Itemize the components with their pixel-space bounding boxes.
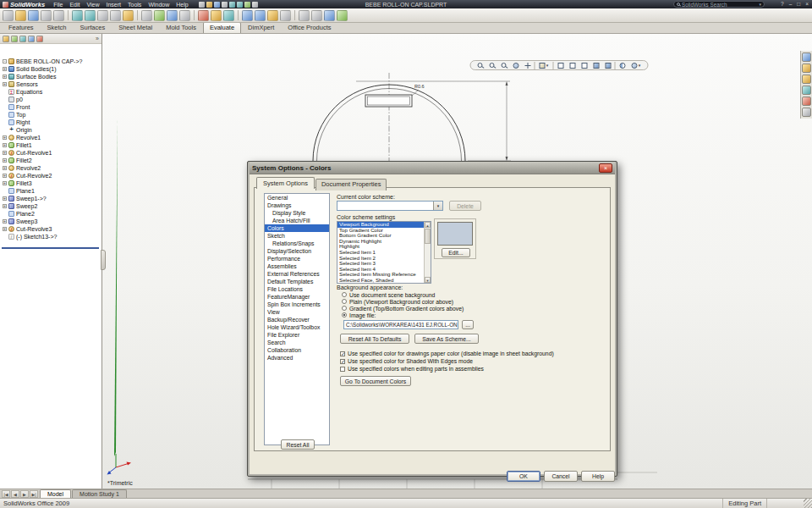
- options-tree-item[interactable]: Advanced: [265, 354, 329, 362]
- menu-item[interactable]: View: [83, 2, 102, 8]
- feature-tree-item[interactable]: Origin: [0, 126, 102, 134]
- expander-icon[interactable]: +: [3, 227, 7, 231]
- expander-icon[interactable]: [3, 189, 7, 193]
- cut-icon[interactable]: [97, 10, 108, 21]
- hud-icon[interactable]: [553, 62, 554, 69]
- options-tree-item[interactable]: Drawings: [265, 202, 329, 209]
- hud-icon[interactable]: [535, 62, 535, 69]
- commandmanager-tab[interactable]: Features: [2, 22, 41, 33]
- feature-tree-item[interactable]: + Fillet2: [0, 157, 102, 164]
- expander-icon[interactable]: +: [3, 82, 7, 86]
- zoom-fit-icon[interactable]: [242, 10, 253, 21]
- shaded-with-edges-icon[interactable]: [591, 61, 601, 70]
- wireframe-icon[interactable]: [299, 10, 310, 21]
- feature-tree-item[interactable]: + Solid Bodies(1): [0, 65, 102, 73]
- dialog-tab[interactable]: System Options: [256, 177, 315, 189]
- document-tab[interactable]: Model: [40, 489, 71, 498]
- scroll-up-icon[interactable]: ▲: [425, 222, 431, 228]
- color-scheme-select[interactable]: ▾: [337, 201, 443, 211]
- file-properties-icon[interactable]: [167, 10, 178, 21]
- print-icon[interactable]: [41, 10, 52, 21]
- feature-tree-item[interactable]: + Cut-Revolve3: [0, 225, 102, 233]
- background-radio[interactable]: Image file:: [342, 312, 464, 318]
- options-icon[interactable]: [179, 10, 190, 21]
- print-preview-icon[interactable]: [53, 10, 64, 21]
- solidworks-resources-icon[interactable]: [802, 52, 811, 62]
- feature-tree-item[interactable]: + Fillet3: [0, 179, 102, 187]
- expander-icon[interactable]: [3, 105, 7, 109]
- zoom-area-icon[interactable]: [487, 61, 497, 70]
- feature-tree-item[interactable]: p0: [0, 96, 102, 103]
- edit-color-button[interactable]: Edit...: [442, 248, 470, 257]
- resize-grip[interactable]: [804, 499, 812, 508]
- displaymanager-tab-icon[interactable]: [36, 36, 43, 42]
- expander-icon[interactable]: +: [3, 204, 7, 208]
- toolbar-icon[interactable]: [194, 10, 195, 20]
- wireframe-icon[interactable]: [556, 61, 566, 70]
- search-dropdown-icon[interactable]: ▾: [759, 2, 761, 7]
- print-icon[interactable]: [222, 2, 228, 8]
- expander-icon[interactable]: +: [3, 174, 7, 178]
- save-icon[interactable]: [214, 2, 220, 8]
- expander-icon[interactable]: [3, 235, 7, 239]
- dialog-titlebar[interactable]: System Options - Colors ×: [250, 162, 615, 174]
- expander-icon[interactable]: [3, 212, 7, 216]
- feature-tree-item[interactable]: + Sweep2: [0, 202, 102, 210]
- search-input[interactable]: SolidWorks Search: [682, 2, 757, 8]
- scroll-down-icon[interactable]: ▼: [425, 277, 431, 283]
- commandmanager-tab[interactable]: Office Products: [281, 22, 337, 33]
- expander-icon[interactable]: +: [3, 135, 7, 140]
- close-icon[interactable]: ×: [805, 0, 809, 8]
- expander-icon[interactable]: +: [3, 151, 7, 155]
- minimize-icon[interactable]: –: [789, 0, 793, 8]
- expander-icon[interactable]: +: [3, 158, 7, 163]
- commandmanager-tab[interactable]: DimXpert: [241, 22, 281, 33]
- options-tree-item[interactable]: File Locations: [265, 285, 329, 293]
- commandmanager-tab[interactable]: Evaluate: [203, 22, 241, 33]
- tab-scroll-button[interactable]: ▶: [20, 490, 29, 498]
- options-tree-item[interactable]: Default Templates: [265, 278, 329, 285]
- toolbar-icon[interactable]: [294, 10, 295, 20]
- expander-icon[interactable]: -: [3, 59, 7, 64]
- section-view-icon[interactable]: [337, 10, 348, 21]
- expander-icon[interactable]: +: [3, 166, 7, 170]
- reset-all-to-defaults-button[interactable]: Reset All To Defaults: [340, 334, 409, 344]
- color-setting-item[interactable]: Selected Face, Shaded: [337, 278, 425, 284]
- zoom-in-out-icon[interactable]: [499, 61, 509, 70]
- delete-button[interactable]: Delete: [449, 201, 481, 211]
- options-tree-item[interactable]: Sketch: [265, 232, 329, 240]
- options-tree-item[interactable]: Spin Box Increments: [265, 301, 329, 308]
- toolbar-icon[interactable]: [238, 10, 239, 20]
- custom-properties-icon[interactable]: [802, 108, 811, 117]
- options-tree-item[interactable]: Assemblies: [265, 262, 329, 270]
- section-view-icon[interactable]: [617, 61, 628, 70]
- help-button[interactable]: Help: [581, 471, 615, 482]
- options-tree-item[interactable]: File Explorer: [265, 331, 329, 339]
- options-tree-item[interactable]: FeatureManager: [265, 293, 329, 301]
- options-tree-item[interactable]: Performance: [265, 255, 329, 262]
- feature-tree-item[interactable]: + Revolve1: [0, 134, 102, 141]
- feature-tree-item[interactable]: + Cut-Revolve2: [0, 172, 102, 179]
- open-icon[interactable]: [15, 10, 26, 21]
- feature-tree-item[interactable]: Right: [0, 119, 102, 126]
- expander-icon[interactable]: +: [3, 67, 7, 71]
- tab-scroll-button[interactable]: |◀: [2, 490, 10, 498]
- options-tree-item[interactable]: Display/Selection: [265, 247, 329, 255]
- ok-button[interactable]: OK: [507, 471, 540, 482]
- options-tree-item[interactable]: Colors: [265, 224, 329, 232]
- toolbar-icon[interactable]: [68, 10, 69, 20]
- feature-tree-item[interactable]: + Sweep3: [0, 218, 102, 225]
- file-explorer-icon[interactable]: [802, 75, 811, 84]
- pan-icon[interactable]: [523, 61, 533, 70]
- combo-arrow-icon[interactable]: ▾: [433, 202, 442, 210]
- menu-item[interactable]: Tools: [124, 2, 145, 8]
- options-icon[interactable]: [252, 2, 258, 8]
- redo-icon[interactable]: [237, 2, 243, 8]
- option-checkbox[interactable]: Use specified color for Shaded With Edge…: [340, 357, 554, 365]
- tab-scroll-button[interactable]: ◀: [11, 490, 19, 498]
- feature-tree-item[interactable]: + Surface Bodies: [0, 73, 102, 80]
- rebuild-icon[interactable]: [154, 10, 165, 21]
- feature-tree-item[interactable]: + Sensors: [0, 80, 102, 88]
- design-library-icon[interactable]: [802, 64, 811, 73]
- dialog-close-icon[interactable]: ×: [599, 163, 612, 173]
